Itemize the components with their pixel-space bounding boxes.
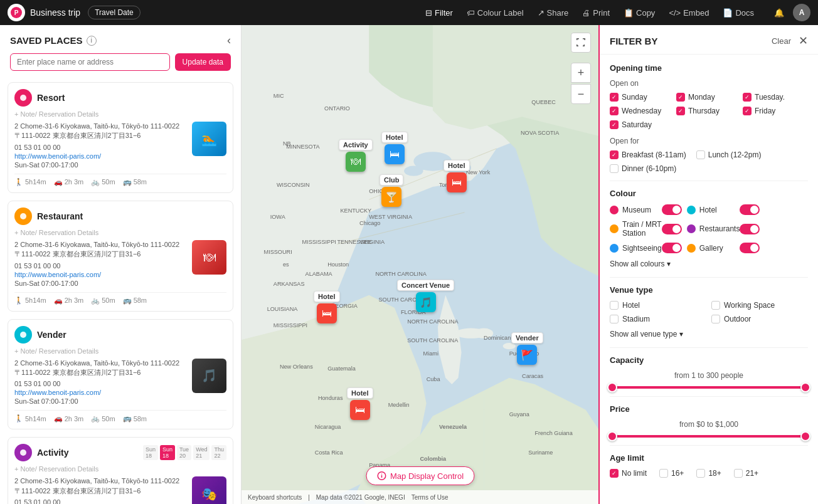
map-marker-club[interactable]: Club 🍸 bbox=[380, 174, 403, 207]
filter-close-button[interactable]: ✕ bbox=[799, 34, 808, 48]
monday-checkbox[interactable]: ✓ bbox=[676, 93, 685, 102]
saturday-checkbox[interactable]: ✓ bbox=[610, 120, 619, 129]
filter-nav-item[interactable]: ⊟ Filter bbox=[419, 6, 459, 20]
age-16plus[interactable]: 16+ bbox=[659, 469, 684, 478]
sightseeing-toggle[interactable] bbox=[662, 243, 682, 253]
day-thursday-check[interactable]: ✓ Thursday bbox=[676, 107, 733, 115]
day-monday-check[interactable]: ✓ Monday bbox=[676, 93, 733, 102]
map-marker-hotel2[interactable]: Hotel 🛏 bbox=[444, 160, 470, 192]
train-toggle[interactable] bbox=[662, 224, 682, 234]
notification-bell-icon[interactable]: 🔔 bbox=[770, 4, 788, 21]
colour-train: Train / MRT Station bbox=[610, 220, 682, 238]
restaurants-toggle[interactable] bbox=[740, 224, 760, 234]
place-search-input[interactable] bbox=[10, 53, 170, 71]
price-slider-min-handle[interactable] bbox=[607, 431, 617, 441]
age-16plus-checkbox[interactable] bbox=[659, 469, 668, 478]
docs-nav-item[interactable]: 📄 Docs bbox=[716, 6, 760, 20]
gallery-colour-label: Gallery bbox=[699, 244, 723, 253]
venue-outdoor-checkbox[interactable] bbox=[711, 315, 720, 323]
venue-working-space[interactable]: Working Space bbox=[711, 301, 808, 310]
dinner-check[interactable]: Dinner (6-10pm) bbox=[610, 164, 676, 173]
embed-nav-item[interactable]: </> Embed bbox=[662, 6, 715, 20]
day-tue-20[interactable]: Tue20 bbox=[177, 445, 191, 460]
day-wednesday-check[interactable]: ✓ Wednesday bbox=[610, 107, 666, 115]
age-no-limit[interactable]: ✓ No limit bbox=[610, 469, 647, 478]
capacity-slider-max-handle[interactable] bbox=[800, 382, 810, 392]
thursday-checkbox[interactable]: ✓ bbox=[676, 107, 685, 115]
update-data-button[interactable]: Update data bbox=[175, 53, 231, 71]
keyboard-shortcuts-text[interactable]: Keyboard shortcuts bbox=[248, 494, 302, 501]
map-display-control-button[interactable]: Map Display Control bbox=[366, 466, 474, 485]
vender-note[interactable]: + Note/ Reservation Details bbox=[14, 347, 226, 355]
day-saturday-check[interactable]: ✓ Saturday bbox=[610, 120, 666, 129]
breakfast-check[interactable]: ✓ Breakfast (8-11am) bbox=[610, 150, 686, 159]
map-marker-hotel3[interactable]: Hotel 🛏 bbox=[314, 291, 340, 323]
museum-toggle[interactable] bbox=[662, 204, 682, 215]
share-nav-item[interactable]: ↗ Share bbox=[531, 6, 575, 20]
map-marker-hotel4[interactable]: Hotel 🛏 bbox=[347, 387, 373, 420]
venue-hotel[interactable]: Hotel bbox=[610, 301, 706, 310]
lunch-check[interactable]: Lunch (12-2pm) bbox=[696, 150, 762, 159]
vender-address: 2 Chome-31-6 Kiyokawa, Taitō-ku, Tōkyō-t… bbox=[14, 359, 187, 378]
gallery-toggle[interactable] bbox=[740, 243, 760, 253]
venue-working-space-checkbox[interactable] bbox=[711, 301, 720, 310]
map-marker-vender[interactable]: Vender 🚩 bbox=[511, 332, 543, 365]
show-all-venue-link[interactable]: Show all venue type ▾ bbox=[610, 330, 808, 339]
copy-nav-item[interactable]: 📋 Copy bbox=[617, 6, 661, 20]
hotel-colour-toggle[interactable] bbox=[740, 204, 760, 215]
age-21plus-checkbox[interactable] bbox=[734, 469, 743, 478]
info-icon[interactable]: i bbox=[87, 36, 97, 46]
map-fullscreen-button[interactable] bbox=[571, 33, 591, 53]
age-18plus-checkbox[interactable] bbox=[696, 469, 705, 478]
capacity-slider-min-handle[interactable] bbox=[607, 382, 617, 392]
filter-clear-button[interactable]: Clear bbox=[772, 36, 791, 46]
venue-stadium-checkbox[interactable] bbox=[610, 315, 619, 323]
map-terms-text[interactable]: Terms of Use bbox=[412, 494, 449, 501]
tuesday-checkbox[interactable]: ✓ bbox=[743, 93, 752, 102]
map-background[interactable]: Chicago Houston Toronto New York NOVA SC… bbox=[242, 25, 598, 504]
map-area[interactable]: Chicago Houston Toronto New York NOVA SC… bbox=[242, 25, 598, 504]
capacity-section-title: Capacity bbox=[610, 355, 808, 365]
age-no-limit-checkbox[interactable]: ✓ bbox=[610, 469, 619, 478]
sightseeing-colour-dot bbox=[610, 244, 619, 253]
show-all-colours-link[interactable]: Show all colours ▾ bbox=[610, 260, 808, 268]
day-tuesday-check[interactable]: ✓ Tuesday. bbox=[743, 93, 799, 102]
user-avatar[interactable]: A bbox=[793, 4, 810, 21]
zoom-out-button[interactable]: − bbox=[571, 84, 591, 104]
day-thu-22[interactable]: Thu22 bbox=[211, 445, 226, 460]
colour-label-nav-item[interactable]: 🏷 Colour Label bbox=[460, 6, 530, 20]
activity-note[interactable]: + Note/ Reservation Details bbox=[14, 465, 226, 473]
age-21plus[interactable]: 21+ bbox=[734, 469, 758, 478]
resort-note[interactable]: + Note/ Reservation Details bbox=[14, 110, 226, 118]
capacity-slider-track[interactable] bbox=[612, 386, 805, 389]
day-friday-check[interactable]: ✓ Friday bbox=[743, 107, 799, 115]
restaurant-note[interactable]: + Note/ Reservation Details bbox=[14, 229, 226, 236]
price-slider-max-handle[interactable] bbox=[800, 431, 810, 441]
breakfast-checkbox[interactable]: ✓ bbox=[610, 150, 619, 159]
day-sun-18b[interactable]: Sun18 bbox=[160, 445, 175, 460]
map-marker-activity[interactable]: Activity 🍽 bbox=[339, 139, 373, 172]
wednesday-checkbox[interactable]: ✓ bbox=[610, 107, 619, 115]
collapse-sidebar-button[interactable]: ‹ bbox=[227, 34, 231, 47]
vender-url[interactable]: http://www.benoit-paris.com/ bbox=[14, 389, 187, 396]
app-logo[interactable]: P bbox=[8, 4, 25, 21]
restaurant-url[interactable]: http://www.benoit-paris.com/ bbox=[14, 271, 187, 278]
lunch-checkbox[interactable] bbox=[696, 150, 705, 159]
friday-checkbox[interactable]: ✓ bbox=[743, 107, 752, 115]
price-slider-track[interactable] bbox=[612, 435, 805, 438]
map-marker-hotel1[interactable]: Hotel 🛏 bbox=[381, 132, 408, 164]
zoom-in-button[interactable]: + bbox=[571, 63, 591, 83]
print-nav-item[interactable]: 🖨 Print bbox=[576, 6, 616, 20]
travel-date-button[interactable]: Travel Date bbox=[88, 6, 141, 19]
day-sun-18[interactable]: Sun18 bbox=[143, 445, 158, 460]
sunday-checkbox[interactable]: ✓ bbox=[610, 93, 619, 102]
venue-hotel-checkbox[interactable] bbox=[610, 301, 619, 310]
venue-stadium[interactable]: Stadium bbox=[610, 315, 706, 323]
map-marker-concert[interactable]: Concert Venue 🎵 bbox=[397, 280, 454, 312]
day-sunday-check[interactable]: ✓ Sunday bbox=[610, 93, 666, 102]
age-18plus[interactable]: 18+ bbox=[696, 469, 721, 478]
dinner-checkbox[interactable] bbox=[610, 164, 619, 173]
day-wed-21[interactable]: Wed21 bbox=[193, 445, 210, 460]
venue-outdoor[interactable]: Outdoor bbox=[711, 315, 808, 323]
resort-url[interactable]: http://www.benoit-paris.com/ bbox=[14, 152, 187, 160]
